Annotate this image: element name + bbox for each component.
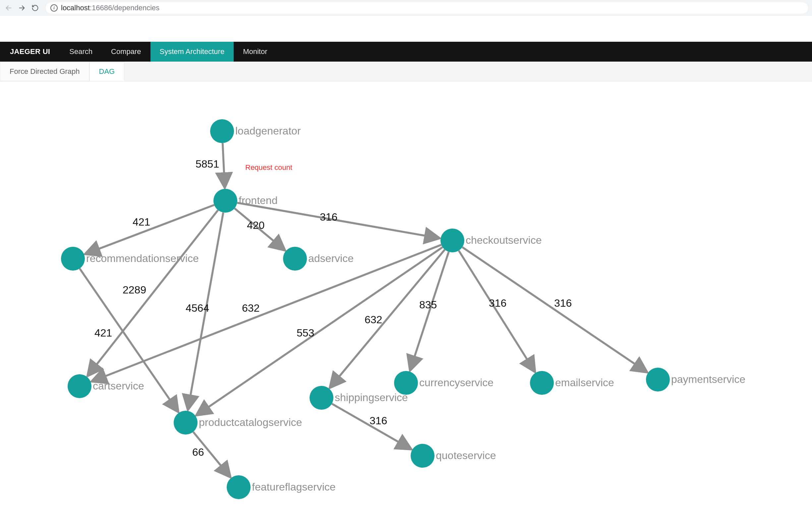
svg-line-2 [223,143,225,186]
svg-point-19 [61,247,85,270]
svg-point-29 [227,475,250,499]
node-label-quoteservice: quoteservice [436,449,496,461]
forward-icon[interactable] [17,3,26,12]
browser-chrome-bar: i localhost:16686/dependencies [0,0,812,16]
edge-count-frontend-to-recommendationservice: 421 [132,216,150,228]
svg-point-23 [174,411,198,435]
top-nav: JAEGER UI Search Compare System Architec… [0,42,812,61]
svg-point-27 [646,368,670,391]
svg-point-21 [441,229,464,252]
node-label-adservice: adservice [308,252,354,264]
svg-line-14 [462,247,646,371]
edge-count-frontend-to-productcatalogservice: 4564 [186,302,209,314]
node-label-loadgenerator: loadgenerator [235,125,301,137]
browser-gap [0,16,812,42]
node-quoteservice[interactable]: quoteservice [411,444,496,468]
edge-productcatalogservice-to-featureflagservice[interactable]: 66 [192,432,229,476]
svg-point-17 [210,119,234,143]
node-label-currencyservice: currencyservice [419,376,493,389]
annotation-request-count: Request count [245,163,292,172]
edge-frontend-to-productcatalogservice[interactable]: 4564 [186,212,223,408]
edge-count-frontend-to-checkoutservice: 316 [320,211,337,223]
edge-count-productcatalogservice-to-featureflagservice: 66 [192,446,204,458]
sub-tabs: Force Directed Graph DAG [0,61,812,81]
brand-label[interactable]: JAEGER UI [0,42,60,61]
edge-count-recommendationservice-to-productcatalogservice: 421 [95,327,112,339]
edge-frontend-to-recommendationservice[interactable]: 421 [87,205,214,254]
svg-point-20 [283,247,307,270]
reload-icon[interactable] [30,3,40,12]
node-featureflagservice[interactable]: featureflagservice [227,475,336,499]
url-bar[interactable]: i localhost:16686/dependencies [46,2,808,14]
edge-checkoutservice-to-paymentservice[interactable]: 316 [462,247,646,371]
node-label-shippingservice: shippingservice [335,391,408,404]
svg-line-3 [87,205,214,254]
url-host: localhost [61,4,90,12]
back-icon[interactable] [4,3,13,12]
node-productcatalogservice[interactable]: productcatalogservice [174,411,302,435]
node-paymentservice[interactable]: paymentservice [646,368,745,391]
node-label-emailservice: emailservice [555,376,614,389]
node-label-checkoutservice: checkoutservice [466,234,542,246]
node-loadgenerator[interactable]: loadgenerator [210,119,301,143]
node-cartservice[interactable]: cartservice [68,374,144,398]
edge-count-loadgenerator-to-frontend: 5851 [196,158,219,170]
svg-line-13 [459,251,534,370]
nav-search[interactable]: Search [60,42,102,61]
edge-checkoutservice-to-emailservice[interactable]: 316 [459,251,534,370]
node-shippingservice[interactable]: shippingservice [310,386,408,410]
svg-line-5 [237,203,438,238]
edge-shippingservice-to-quoteservice[interactable]: 316 [332,404,410,448]
svg-point-25 [394,371,418,395]
svg-point-22 [68,374,92,398]
svg-line-9 [93,245,441,381]
dependency-graph-area[interactable]: 5851421420316228945644216325536328353163… [0,81,812,520]
nav-monitor[interactable]: Monitor [233,42,276,61]
nav-compare[interactable]: Compare [102,42,150,61]
svg-point-18 [214,189,237,213]
edge-frontend-to-checkoutservice[interactable]: 316 [237,203,438,238]
node-currencyservice[interactable]: currencyservice [394,371,493,395]
edge-count-frontend-to-adservice: 420 [247,219,265,231]
svg-point-24 [310,386,334,410]
node-label-featureflagservice: featureflagservice [252,481,336,493]
node-emailservice[interactable]: emailservice [530,371,614,395]
edge-loadgenerator-to-frontend[interactable]: 5851 [196,143,225,186]
edge-checkoutservice-to-cartservice[interactable]: 632 [93,245,441,381]
svg-point-28 [411,444,435,468]
node-label-paymentservice: paymentservice [671,373,745,385]
node-label-cartservice: cartservice [93,380,144,392]
nav-system-architecture[interactable]: System Architecture [150,42,234,61]
edge-count-checkoutservice-to-productcatalogservice: 553 [297,327,314,339]
url-path: :16686/dependencies [90,4,159,12]
node-adservice[interactable]: adservice [283,247,354,270]
node-recommendationservice[interactable]: recommendationservice [61,247,199,270]
url-text: localhost:16686/dependencies [61,4,159,12]
edge-count-shippingservice-to-quoteservice: 316 [370,415,387,426]
edge-count-frontend-to-cartservice: 2289 [123,284,146,296]
edge-count-checkoutservice-to-cartservice: 632 [242,302,260,314]
site-info-icon[interactable]: i [50,4,58,11]
node-label-recommendationservice: recommendationservice [86,252,199,264]
edge-frontend-to-adservice[interactable]: 420 [235,208,284,250]
edge-count-checkoutservice-to-paymentservice: 316 [554,297,572,309]
dependency-graph-svg[interactable]: 5851421420316228945644216325536328353163… [0,81,812,520]
tab-dag[interactable]: DAG [90,61,125,81]
svg-point-26 [530,371,554,395]
edge-count-checkoutservice-to-currencyservice: 835 [419,299,437,311]
node-label-frontend: frontend [239,194,277,206]
node-checkoutservice[interactable]: checkoutservice [441,229,542,252]
edge-count-checkoutservice-to-shippingservice: 632 [365,314,382,326]
edge-count-checkoutservice-to-emailservice: 316 [489,297,507,309]
tab-force-directed-graph[interactable]: Force Directed Graph [0,61,90,81]
node-label-productcatalogservice: productcatalogservice [199,416,302,428]
